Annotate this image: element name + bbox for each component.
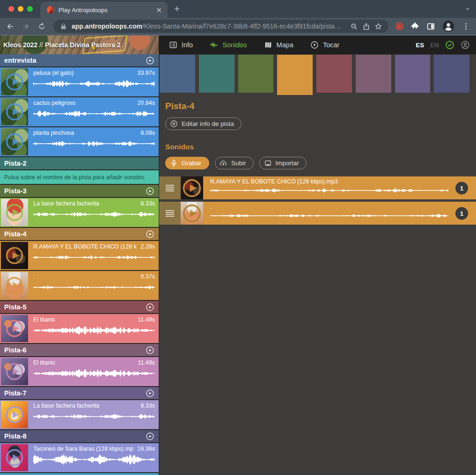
sound-thumbnail[interactable]: [1, 199, 28, 226]
back-icon[interactable]: [6, 22, 15, 31]
browser-tab[interactable]: Play Antropoloops ✕: [40, 2, 168, 18]
recording-indicator-icon[interactable]: [395, 22, 403, 30]
track-swatch-3[interactable]: [238, 55, 274, 93]
track-header-pista-3[interactable]: Pista-3: [0, 185, 159, 197]
sidebar-section-pista-8: Pista-8 Taconeo de Sara Baras (128 kbps)…: [0, 430, 159, 472]
edit-track-info-button[interactable]: Editar info de pista: [165, 117, 242, 130]
account-icon[interactable]: [461, 40, 470, 50]
sound-thumbnail[interactable]: [181, 176, 203, 199]
track-header-entrevista[interactable]: entrevista: [0, 54, 159, 66]
track-header-pista-6[interactable]: Pista-6: [0, 344, 159, 356]
play-overlay-icon[interactable]: [5, 102, 24, 121]
track-header-pista-4[interactable]: Pista-4: [0, 228, 159, 240]
play-overlay-icon[interactable]: [5, 203, 24, 222]
language-en[interactable]: EN: [430, 42, 439, 49]
play-overlay-icon[interactable]: [5, 405, 24, 424]
track-swatch-1[interactable]: [160, 55, 195, 93]
sound-item[interactable]: cactus peligroso 20.84s: [0, 97, 159, 126]
sound-thumbnail[interactable]: [1, 128, 28, 155]
sound-duration: 33.97s: [137, 70, 155, 76]
new-tab-button[interactable]: +: [168, 0, 186, 18]
sound-thumbnail[interactable]: [1, 68, 28, 95]
track-swatch-5[interactable]: [316, 55, 352, 93]
browser-menu-icon[interactable]: [461, 22, 470, 31]
nav-item-mapa[interactable]: Mapa: [264, 41, 293, 49]
upload-button[interactable]: Subir: [215, 157, 254, 169]
sound-item[interactable]: El titanic 11.49s: [0, 314, 159, 343]
play-overlay-icon[interactable]: [5, 319, 24, 338]
play-track-icon[interactable]: [146, 346, 154, 355]
browser-profile-avatar[interactable]: [442, 20, 454, 32]
tab-close-icon[interactable]: ✕: [155, 6, 163, 15]
play-overlay-icon[interactable]: [5, 132, 24, 151]
minimize-window-button[interactable]: [18, 6, 23, 12]
zoom-icon[interactable]: [350, 22, 358, 30]
sound-duration: 11.49s: [138, 316, 155, 323]
play-track-icon[interactable]: [146, 303, 154, 312]
track-header-pista-7[interactable]: Pista-7: [0, 387, 159, 399]
track-sound-row[interactable]: R.AMAYA Y EL BOBOTE CHICO (128 kbps).mp3…: [159, 176, 476, 199]
play-overlay-icon[interactable]: [5, 73, 24, 91]
track-swatch-4[interactable]: [277, 55, 313, 95]
track-swatch-8[interactable]: [434, 55, 469, 93]
sound-item[interactable]: planta pinchosa 8.08s: [0, 127, 159, 156]
play-track-icon[interactable]: [146, 187, 154, 196]
address-bar[interactable]: app.antropoloops.com/Kleos-Santa-Marina/…: [53, 20, 388, 33]
sound-item[interactable]: pelusa (el gato) 33.97s: [0, 67, 159, 96]
share-icon[interactable]: [362, 22, 370, 30]
browser-tab-bar: Play Antropoloops ✕ + ⌄: [0, 0, 476, 18]
waveform: [33, 138, 155, 150]
forward-icon[interactable]: [22, 22, 30, 31]
play-track-icon[interactable]: [146, 230, 154, 239]
play-overlay-icon[interactable]: [5, 276, 24, 295]
play-overlay-icon[interactable]: [5, 448, 24, 467]
tab-search-chevron-icon[interactable]: ⌄: [465, 4, 470, 11]
sound-item[interactable]: . 0.37s: [0, 271, 159, 300]
sound-thumbnail[interactable]: [1, 401, 28, 428]
nav-item-info[interactable]: Info: [169, 41, 193, 49]
close-window-button[interactable]: [8, 6, 14, 12]
reload-icon[interactable]: [37, 22, 46, 31]
language-es[interactable]: ES: [416, 42, 424, 49]
track-swatch-2[interactable]: [199, 55, 234, 93]
track-sound-row[interactable]: . 1: [159, 202, 476, 225]
side-panel-icon[interactable]: [426, 22, 435, 31]
track-header-pista-2[interactable]: Pista-2: [0, 157, 159, 169]
next-section-edge: [0, 473, 159, 475]
play-track-icon[interactable]: [146, 432, 154, 441]
drag-handle[interactable]: [159, 176, 181, 199]
sound-item[interactable]: El titanic 11.49s: [0, 357, 159, 386]
sound-item[interactable]: La base fachera facherita 8.33s: [0, 198, 159, 227]
nav-item-tocar[interactable]: Tocar: [310, 41, 339, 49]
track-swatch-7[interactable]: [395, 55, 431, 93]
url-path: /Kleos-Santa-Marina/f7e628c7-38b9-4ff2-9…: [142, 22, 341, 30]
sound-item[interactable]: Taconeo de Sara Baras (128 kbps).mp3 16.…: [0, 443, 159, 472]
sound-thumbnail[interactable]: [1, 315, 28, 342]
sound-item[interactable]: La base fachera facherita 8.33s: [0, 400, 159, 429]
sound-item[interactable]: R.AMAYA Y EL BOBOTE CHICO (128 kbps)....…: [0, 241, 159, 270]
play-overlay-icon[interactable]: [5, 246, 24, 265]
track-header-pista-5[interactable]: Pista-5: [0, 301, 159, 313]
play-overlay-icon[interactable]: [5, 362, 24, 381]
breadcrumb-project: Kleos 2022: [3, 41, 37, 49]
play-overlay-icon[interactable]: [182, 178, 202, 198]
play-track-icon[interactable]: [146, 389, 154, 398]
nav-item-sonidos[interactable]: Sonidos: [210, 41, 247, 49]
record-button[interactable]: Grabar: [165, 157, 209, 169]
play-overlay-icon[interactable]: [182, 204, 202, 223]
sound-thumbnail[interactable]: [1, 358, 28, 385]
import-button[interactable]: Importar: [259, 157, 307, 169]
track-header-pista-8[interactable]: Pista-8: [0, 430, 159, 442]
sound-thumbnail[interactable]: [1, 98, 28, 125]
drag-handle[interactable]: [159, 202, 181, 225]
bookmark-star-icon[interactable]: [374, 22, 382, 30]
play-track-icon[interactable]: [146, 56, 154, 65]
project-banner[interactable]: Kleos 2022//Placeta Divina Pastora 2: [0, 36, 159, 54]
sound-thumbnail[interactable]: [1, 272, 28, 299]
sound-thumbnail[interactable]: [181, 202, 203, 225]
sound-thumbnail[interactable]: [1, 444, 28, 471]
extensions-puzzle-icon[interactable]: [410, 22, 419, 31]
track-swatch-6[interactable]: [356, 55, 391, 93]
zoom-window-button[interactable]: [27, 6, 33, 12]
sound-thumbnail[interactable]: [1, 242, 28, 269]
